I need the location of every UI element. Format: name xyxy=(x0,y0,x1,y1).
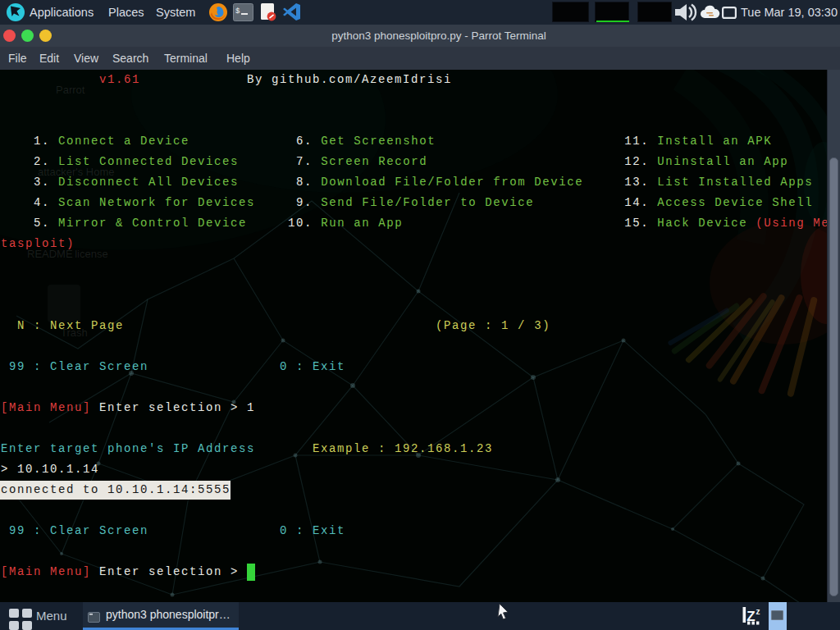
svg-text:z: z xyxy=(756,607,760,616)
svg-text:$: $ xyxy=(235,7,240,16)
